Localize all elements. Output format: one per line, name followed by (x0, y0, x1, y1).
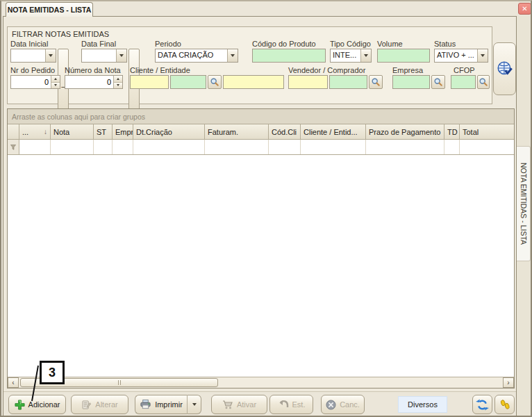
data-inicial-dropdown-icon[interactable] (45, 49, 56, 62)
status-combo[interactable]: ATIVO + ... (434, 49, 488, 63)
diversos-button[interactable]: Diversos (398, 396, 447, 413)
data-inicial-combo[interactable] (10, 49, 56, 63)
estornar-button[interactable]: Est. (269, 395, 313, 414)
refresh-icon (476, 398, 489, 411)
grid-header-cliente-entid[interactable]: Cliente / Entid... (301, 124, 366, 139)
codigo-produto-label: Código do Produto (252, 40, 316, 48)
periodo-dropdown-icon[interactable] (227, 49, 238, 62)
empresa-input[interactable] (392, 75, 430, 89)
chevron-down-icon (192, 403, 197, 406)
tab-nota-emitidas-lista[interactable]: NOTA EMITIDAS - LISTA (6, 2, 93, 17)
search-icon (479, 77, 488, 87)
bottom-toolbar: Adicionar Alterar Imprimir Ativar Est. (3, 391, 516, 416)
tab-page-content: FILTRAR NOTAS EMITIDAS Data Inicial Data… (3, 16, 517, 417)
refresh-button[interactable] (472, 395, 492, 414)
data-final-combo[interactable] (81, 49, 127, 63)
alterar-button[interactable]: Alterar (71, 395, 128, 414)
grid-header-total[interactable]: Total (460, 124, 514, 139)
nr-pedido-input[interactable] (11, 76, 51, 88)
search-web-button[interactable] (493, 42, 516, 95)
horizontal-scrollbar[interactable]: ‹ › (8, 377, 514, 388)
periodo-value: DATA CRIAÇÃO (156, 49, 227, 62)
vendedor-nome-input[interactable] (329, 75, 367, 89)
grid-filter-cell[interactable] (366, 140, 444, 154)
close-button[interactable]: ✕ (518, 3, 531, 15)
grid-filter-cell[interactable] (205, 140, 269, 154)
tipo-codigo-value: INTE... (331, 49, 360, 62)
search-icon (210, 77, 219, 87)
exit-steps-button[interactable] (494, 395, 515, 414)
data-final-dropdown-icon[interactable] (116, 49, 126, 62)
imprimir-button[interactable]: Imprimir (135, 395, 187, 414)
vendedor-codigo-input[interactable] (288, 75, 328, 89)
empresa-search-button[interactable] (431, 75, 445, 89)
grid-header-faturam[interactable]: Faturam. (205, 124, 269, 139)
tipo-codigo-dropdown-icon[interactable] (360, 49, 371, 62)
cfop-input[interactable] (451, 75, 476, 89)
data-inicial-value (11, 49, 45, 62)
codigo-produto-input[interactable] (252, 49, 326, 63)
grid-header-td[interactable]: TD (444, 124, 460, 139)
nr-pedido-spinner[interactable] (10, 75, 60, 89)
empresa-label: Empresa (392, 66, 423, 74)
nr-pedido-up-icon[interactable] (51, 76, 60, 82)
grid-header-nota[interactable]: Nota (51, 124, 94, 139)
grid-header-st[interactable]: ST (94, 124, 113, 139)
ativar-button[interactable]: Ativar (211, 395, 267, 414)
search-icon (433, 77, 443, 87)
grid-filter-cell[interactable] (51, 140, 94, 154)
cliente-search-button[interactable] (208, 75, 222, 89)
grid-filter-cell[interactable] (444, 140, 460, 154)
grid-header-prazo-pagamento[interactable]: Prazo de Pagamento (366, 124, 444, 139)
grid-header-dots[interactable]: ...↓ (19, 124, 51, 139)
filter-panel: FILTRAR NOTAS EMITIDAS Data Inicial Data… (7, 26, 492, 104)
imprimir-dropdown-button[interactable] (187, 395, 201, 414)
grid-filter-cell[interactable] (460, 140, 514, 154)
adicionar-button[interactable]: Adicionar (8, 395, 66, 414)
grid-header-indicator[interactable] (8, 124, 19, 139)
cliente-entidade-label: Cliente / Entidade (130, 66, 190, 74)
numero-nota-input[interactable] (65, 76, 113, 88)
volume-input[interactable] (377, 49, 430, 63)
footprints-icon (499, 398, 511, 411)
printer-icon (140, 399, 151, 410)
annotation-step-badge: 3 (40, 361, 65, 384)
right-tab-label: NOTA EMITIDAS - LISTA (519, 163, 528, 245)
grid-filter-cell[interactable] (113, 140, 133, 154)
grid-header-empr[interactable]: Empr (113, 124, 133, 139)
cliente-codigo-input[interactable] (130, 75, 169, 89)
grid-filter-funnel-cell[interactable] (8, 140, 19, 154)
cliente-extra-input[interactable] (223, 75, 284, 89)
grid-filter-cell[interactable] (133, 140, 205, 154)
numero-nota-up-icon[interactable] (114, 76, 122, 82)
globe-check-icon (496, 60, 514, 78)
vendedor-comprador-label: Vendedor / Comprador (288, 66, 365, 74)
periodo-label: Periodo (155, 40, 181, 48)
ativar-label: Ativar (237, 400, 256, 409)
volume-label: Volume (377, 40, 403, 48)
cliente-nome-input[interactable] (170, 75, 206, 89)
tipo-codigo-combo[interactable]: INTE... (330, 49, 372, 63)
right-tab-nota-emitidas-lista[interactable]: NOTA EMITIDAS - LISTA (517, 146, 531, 261)
status-dropdown-icon[interactable] (477, 49, 488, 62)
plus-icon (15, 400, 25, 410)
periodo-combo[interactable]: DATA CRIAÇÃO (155, 49, 238, 63)
nr-pedido-down-icon[interactable] (51, 82, 60, 89)
grid-filter-cell[interactable] (19, 140, 51, 154)
cfop-search-button[interactable] (477, 75, 490, 89)
cancelar-button[interactable]: Canc. (321, 395, 365, 414)
grid-filter-cell[interactable] (301, 140, 366, 154)
scroll-right-icon[interactable]: › (503, 377, 514, 388)
grid-header-dt-criacao[interactable]: Dt.Criação (133, 124, 205, 139)
numero-nota-down-icon[interactable] (114, 82, 122, 89)
scroll-left-icon[interactable]: ‹ (8, 377, 19, 388)
vendedor-search-button[interactable] (369, 75, 383, 89)
invoice-list-window: NOTA EMITIDAS - LISTA ✕ FILTRAR NOTAS EM… (0, 0, 532, 417)
grid-filter-cell[interactable] (269, 140, 301, 154)
grid-group-panel[interactable]: Arraste as colunas aqui para criar grupo… (8, 109, 514, 124)
grid-empty-area[interactable] (8, 155, 514, 377)
grid-header-cod-cli[interactable]: Cód.Cli (269, 124, 301, 139)
numero-nota-spinner[interactable] (65, 75, 123, 89)
grid-filter-row (8, 140, 514, 155)
grid-filter-cell[interactable] (94, 140, 113, 154)
